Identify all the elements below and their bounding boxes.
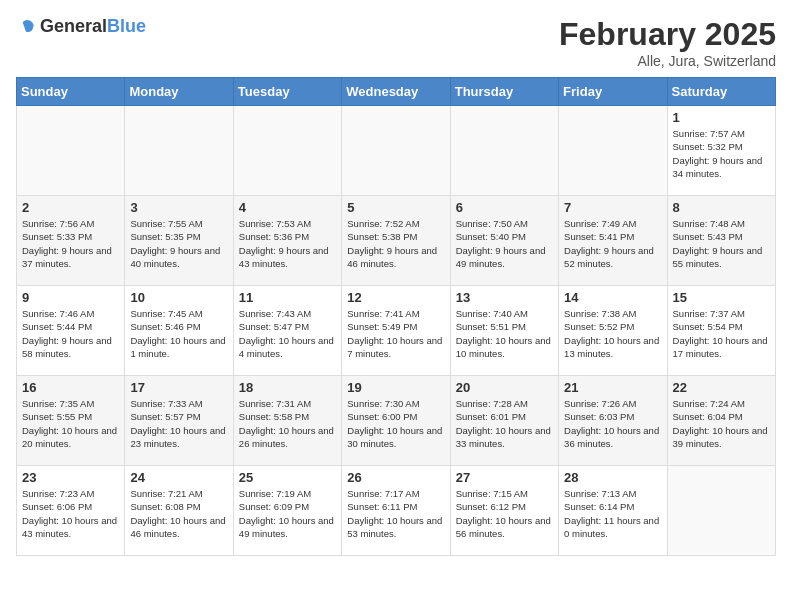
- calendar-day: 25Sunrise: 7:19 AM Sunset: 6:09 PM Dayli…: [233, 466, 341, 556]
- logo-general-text: General: [40, 16, 107, 36]
- page-header: GeneralBlue February 2025 Alle, Jura, Sw…: [16, 16, 776, 69]
- day-info: Sunrise: 7:21 AM Sunset: 6:08 PM Dayligh…: [130, 487, 227, 540]
- day-number: 14: [564, 290, 661, 305]
- day-number: 22: [673, 380, 770, 395]
- day-number: 1: [673, 110, 770, 125]
- day-info: Sunrise: 7:35 AM Sunset: 5:55 PM Dayligh…: [22, 397, 119, 450]
- day-number: 28: [564, 470, 661, 485]
- day-info: Sunrise: 7:49 AM Sunset: 5:41 PM Dayligh…: [564, 217, 661, 270]
- day-number: 4: [239, 200, 336, 215]
- day-info: Sunrise: 7:13 AM Sunset: 6:14 PM Dayligh…: [564, 487, 661, 540]
- day-number: 15: [673, 290, 770, 305]
- day-info: Sunrise: 7:40 AM Sunset: 5:51 PM Dayligh…: [456, 307, 553, 360]
- day-number: 6: [456, 200, 553, 215]
- calendar-empty-day: [559, 106, 667, 196]
- calendar-empty-day: [233, 106, 341, 196]
- day-number: 11: [239, 290, 336, 305]
- calendar-day: 8Sunrise: 7:48 AM Sunset: 5:43 PM Daylig…: [667, 196, 775, 286]
- day-number: 17: [130, 380, 227, 395]
- day-number: 9: [22, 290, 119, 305]
- day-info: Sunrise: 7:46 AM Sunset: 5:44 PM Dayligh…: [22, 307, 119, 360]
- day-info: Sunrise: 7:43 AM Sunset: 5:47 PM Dayligh…: [239, 307, 336, 360]
- calendar-day: 21Sunrise: 7:26 AM Sunset: 6:03 PM Dayli…: [559, 376, 667, 466]
- day-info: Sunrise: 7:55 AM Sunset: 5:35 PM Dayligh…: [130, 217, 227, 270]
- day-number: 3: [130, 200, 227, 215]
- calendar-day: 23Sunrise: 7:23 AM Sunset: 6:06 PM Dayli…: [17, 466, 125, 556]
- day-info: Sunrise: 7:30 AM Sunset: 6:00 PM Dayligh…: [347, 397, 444, 450]
- logo: GeneralBlue: [16, 16, 146, 37]
- day-of-week-header: Wednesday: [342, 78, 450, 106]
- calendar-day: 2Sunrise: 7:56 AM Sunset: 5:33 PM Daylig…: [17, 196, 125, 286]
- day-info: Sunrise: 7:15 AM Sunset: 6:12 PM Dayligh…: [456, 487, 553, 540]
- calendar-table: SundayMondayTuesdayWednesdayThursdayFrid…: [16, 77, 776, 556]
- day-info: Sunrise: 7:50 AM Sunset: 5:40 PM Dayligh…: [456, 217, 553, 270]
- calendar-week-row: 16Sunrise: 7:35 AM Sunset: 5:55 PM Dayli…: [17, 376, 776, 466]
- day-number: 18: [239, 380, 336, 395]
- calendar-day: 4Sunrise: 7:53 AM Sunset: 5:36 PM Daylig…: [233, 196, 341, 286]
- day-of-week-header: Saturday: [667, 78, 775, 106]
- calendar-day: 16Sunrise: 7:35 AM Sunset: 5:55 PM Dayli…: [17, 376, 125, 466]
- day-of-week-header: Tuesday: [233, 78, 341, 106]
- day-of-week-header: Monday: [125, 78, 233, 106]
- day-info: Sunrise: 7:28 AM Sunset: 6:01 PM Dayligh…: [456, 397, 553, 450]
- day-info: Sunrise: 7:17 AM Sunset: 6:11 PM Dayligh…: [347, 487, 444, 540]
- logo-blue-text: Blue: [107, 16, 146, 36]
- calendar-day: 12Sunrise: 7:41 AM Sunset: 5:49 PM Dayli…: [342, 286, 450, 376]
- day-info: Sunrise: 7:19 AM Sunset: 6:09 PM Dayligh…: [239, 487, 336, 540]
- calendar-empty-day: [450, 106, 558, 196]
- calendar-day: 15Sunrise: 7:37 AM Sunset: 5:54 PM Dayli…: [667, 286, 775, 376]
- day-number: 5: [347, 200, 444, 215]
- day-number: 26: [347, 470, 444, 485]
- calendar-week-row: 9Sunrise: 7:46 AM Sunset: 5:44 PM Daylig…: [17, 286, 776, 376]
- day-number: 8: [673, 200, 770, 215]
- day-number: 16: [22, 380, 119, 395]
- calendar-day: 9Sunrise: 7:46 AM Sunset: 5:44 PM Daylig…: [17, 286, 125, 376]
- day-info: Sunrise: 7:33 AM Sunset: 5:57 PM Dayligh…: [130, 397, 227, 450]
- day-of-week-header: Thursday: [450, 78, 558, 106]
- day-info: Sunrise: 7:31 AM Sunset: 5:58 PM Dayligh…: [239, 397, 336, 450]
- calendar-day: 24Sunrise: 7:21 AM Sunset: 6:08 PM Dayli…: [125, 466, 233, 556]
- calendar-day: 5Sunrise: 7:52 AM Sunset: 5:38 PM Daylig…: [342, 196, 450, 286]
- calendar-empty-day: [342, 106, 450, 196]
- day-info: Sunrise: 7:57 AM Sunset: 5:32 PM Dayligh…: [673, 127, 770, 180]
- calendar-header-row: SundayMondayTuesdayWednesdayThursdayFrid…: [17, 78, 776, 106]
- day-of-week-header: Friday: [559, 78, 667, 106]
- day-info: Sunrise: 7:52 AM Sunset: 5:38 PM Dayligh…: [347, 217, 444, 270]
- calendar-day: 7Sunrise: 7:49 AM Sunset: 5:41 PM Daylig…: [559, 196, 667, 286]
- calendar-day: 27Sunrise: 7:15 AM Sunset: 6:12 PM Dayli…: [450, 466, 558, 556]
- calendar-day: 14Sunrise: 7:38 AM Sunset: 5:52 PM Dayli…: [559, 286, 667, 376]
- calendar-day: 6Sunrise: 7:50 AM Sunset: 5:40 PM Daylig…: [450, 196, 558, 286]
- calendar-empty-day: [125, 106, 233, 196]
- day-number: 19: [347, 380, 444, 395]
- day-info: Sunrise: 7:38 AM Sunset: 5:52 PM Dayligh…: [564, 307, 661, 360]
- day-info: Sunrise: 7:45 AM Sunset: 5:46 PM Dayligh…: [130, 307, 227, 360]
- day-info: Sunrise: 7:56 AM Sunset: 5:33 PM Dayligh…: [22, 217, 119, 270]
- calendar-day: 11Sunrise: 7:43 AM Sunset: 5:47 PM Dayli…: [233, 286, 341, 376]
- day-number: 25: [239, 470, 336, 485]
- calendar-empty-day: [17, 106, 125, 196]
- day-number: 12: [347, 290, 444, 305]
- day-number: 21: [564, 380, 661, 395]
- logo-icon: [16, 17, 36, 37]
- calendar-empty-day: [667, 466, 775, 556]
- day-number: 27: [456, 470, 553, 485]
- calendar-day: 13Sunrise: 7:40 AM Sunset: 5:51 PM Dayli…: [450, 286, 558, 376]
- calendar-day: 28Sunrise: 7:13 AM Sunset: 6:14 PM Dayli…: [559, 466, 667, 556]
- calendar-day: 22Sunrise: 7:24 AM Sunset: 6:04 PM Dayli…: [667, 376, 775, 466]
- calendar-title: February 2025: [559, 16, 776, 53]
- calendar-subtitle: Alle, Jura, Switzerland: [559, 53, 776, 69]
- day-number: 20: [456, 380, 553, 395]
- day-info: Sunrise: 7:23 AM Sunset: 6:06 PM Dayligh…: [22, 487, 119, 540]
- day-info: Sunrise: 7:53 AM Sunset: 5:36 PM Dayligh…: [239, 217, 336, 270]
- title-block: February 2025 Alle, Jura, Switzerland: [559, 16, 776, 69]
- day-of-week-header: Sunday: [17, 78, 125, 106]
- calendar-day: 20Sunrise: 7:28 AM Sunset: 6:01 PM Dayli…: [450, 376, 558, 466]
- calendar-week-row: 23Sunrise: 7:23 AM Sunset: 6:06 PM Dayli…: [17, 466, 776, 556]
- day-info: Sunrise: 7:48 AM Sunset: 5:43 PM Dayligh…: [673, 217, 770, 270]
- day-info: Sunrise: 7:37 AM Sunset: 5:54 PM Dayligh…: [673, 307, 770, 360]
- calendar-day: 10Sunrise: 7:45 AM Sunset: 5:46 PM Dayli…: [125, 286, 233, 376]
- calendar-day: 3Sunrise: 7:55 AM Sunset: 5:35 PM Daylig…: [125, 196, 233, 286]
- day-number: 24: [130, 470, 227, 485]
- day-info: Sunrise: 7:41 AM Sunset: 5:49 PM Dayligh…: [347, 307, 444, 360]
- day-info: Sunrise: 7:24 AM Sunset: 6:04 PM Dayligh…: [673, 397, 770, 450]
